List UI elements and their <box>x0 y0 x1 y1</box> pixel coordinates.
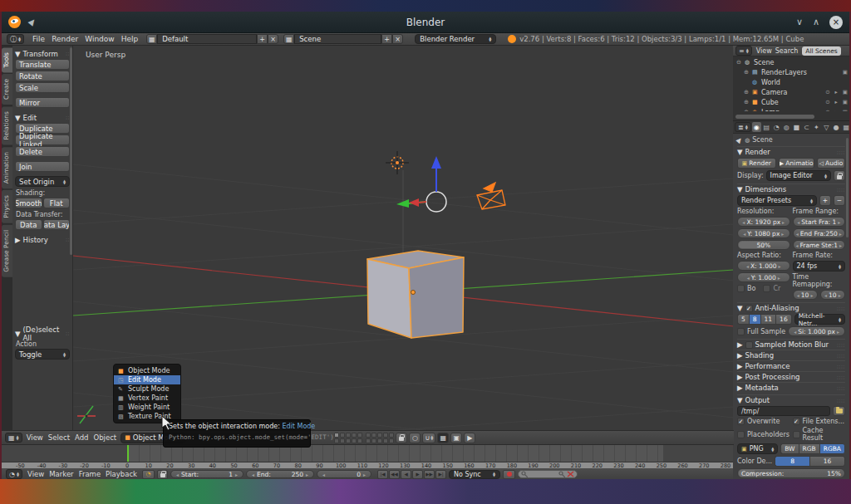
editor-type-selector-properties[interactable]: ≣▲▼ <box>735 122 751 132</box>
frame-step-field[interactable]: ◂Frame Ste:1▸ <box>793 240 846 250</box>
layout-browse-icon[interactable]: ▦ <box>146 34 157 44</box>
outliner-filter-dropdown[interactable]: All Scenes <box>802 46 840 56</box>
visibility-icon[interactable]: ⊙ <box>825 89 829 95</box>
selectability-icon[interactable]: ▸ <box>835 109 838 111</box>
aa-samples-11[interactable]: 11 <box>760 314 776 325</box>
properties-tab-object-icon[interactable]: ■ <box>792 122 801 132</box>
properties-tab-constraints-icon[interactable]: ⊂ <box>802 122 811 132</box>
properties-tab-modifiers-icon[interactable]: ✦ <box>812 122 821 132</box>
prev-keyframe-button[interactable]: ◀◀ <box>389 470 400 479</box>
aspect-y-field[interactable]: ◂Y: 1.000▸ <box>737 272 790 282</box>
shelf-tab-physics[interactable]: Physics <box>2 190 12 223</box>
minimize-button[interactable]: ∨ <box>796 17 803 27</box>
tool-button-data[interactable]: Data <box>15 219 42 230</box>
properties-tab-object-data-icon[interactable]: ▽ <box>822 122 831 132</box>
layer-cell[interactable] <box>389 438 394 443</box>
renderability-icon[interactable]: ▣ <box>843 89 848 95</box>
aa-samples-8[interactable]: 8 <box>749 314 760 325</box>
menu-file[interactable]: File <box>29 35 48 43</box>
menu-outliner-search[interactable]: Search <box>774 47 799 55</box>
visibility-icon[interactable]: ⊙ <box>825 109 829 111</box>
antialiasing-panel-header[interactable]: ▼ Anti-Aliasing∷∷ <box>737 302 845 312</box>
layer-cell[interactable] <box>340 433 345 438</box>
menu-3d-add[interactable]: Add <box>72 433 91 442</box>
renderability-icon[interactable]: ▣ <box>843 109 848 111</box>
scene-add-button[interactable]: + <box>381 34 392 44</box>
proportional-edit-button[interactable]: ○ <box>409 433 421 443</box>
collapsed-panel-post-processing[interactable]: ▶Post Processing∷∷ <box>737 371 845 381</box>
auto-keyframe-button[interactable] <box>503 470 515 479</box>
timeline-channels[interactable] <box>2 445 734 462</box>
layer-cell[interactable] <box>357 438 362 443</box>
panel-header-history[interactable]: ▶History∷ <box>15 234 70 245</box>
lock-to-scene-button[interactable] <box>396 433 407 443</box>
time-display-button[interactable]: ◔ <box>142 470 155 479</box>
resolution-x-field[interactable]: ◂X: 1920 px▸ <box>737 217 790 227</box>
collapsed-panel-shading[interactable]: ▶Shading∷∷ <box>737 350 845 360</box>
layers-widget[interactable] <box>334 433 394 443</box>
properties-tab-material-icon[interactable]: ● <box>832 122 841 132</box>
layout-add-button[interactable]: + <box>257 34 268 44</box>
antialiasing-checkbox[interactable] <box>745 305 753 312</box>
layer-cell[interactable] <box>377 433 382 438</box>
file-extensions-checkbox[interactable] <box>793 418 800 425</box>
collapsed-panel-sampled-motion-blur[interactable]: ▶Sampled Motion Blur∷∷ <box>737 339 845 349</box>
scene-browse-icon[interactable]: ▦ <box>283 34 294 44</box>
mode-menu-item-edit-mode[interactable]: ◳Edit Mode <box>114 375 180 384</box>
timeline-ruler[interactable]: -50-40-30-20-100102030405060708090100110… <box>2 462 734 469</box>
next-keyframe-button[interactable]: ▶▶ <box>424 470 435 479</box>
action-dropdown[interactable]: Toggle▲▼ <box>15 349 70 360</box>
output-path-field[interactable]: /tmp/ <box>737 406 830 416</box>
layer-cell[interactable] <box>366 438 371 443</box>
expand-icon[interactable]: ⊕ <box>744 89 750 95</box>
expand-icon[interactable]: ⊕ <box>744 69 750 76</box>
menu-outliner-view[interactable]: View <box>755 47 774 55</box>
snap-element-button[interactable]: ▦ <box>437 433 449 443</box>
end-frame-field[interactable]: ◂End Fra:250▸ <box>793 228 846 238</box>
border-checkbox[interactable] <box>737 285 745 292</box>
menu-render[interactable]: Render <box>48 35 81 43</box>
lamp-object[interactable] <box>386 151 409 174</box>
layer-cell[interactable] <box>334 438 339 443</box>
properties-scrollbar[interactable] <box>846 138 849 237</box>
shelf-tab-grease-pencil[interactable]: Grease Pencil <box>2 225 12 277</box>
tool-button-translate[interactable]: Translate <box>15 59 70 70</box>
sync-dropdown[interactable]: No Sync▲▼ <box>449 470 500 479</box>
color-mode-bw[interactable]: BW <box>780 443 798 454</box>
tool-button-join[interactable]: Join <box>15 161 70 172</box>
resolution-y-field[interactable]: ◂Y: 1080 px▸ <box>737 228 790 238</box>
layer-cell[interactable] <box>352 438 357 443</box>
crop-checkbox[interactable] <box>763 285 770 292</box>
tool-button-scale[interactable]: Scale <box>15 82 70 93</box>
motion-blur-checkbox[interactable] <box>745 341 753 349</box>
color-depth-8[interactable]: 8 <box>775 456 809 467</box>
expand-icon[interactable]: ⊕ <box>744 109 750 111</box>
layer-cell[interactable] <box>377 438 382 443</box>
gizmo-x-arrow[interactable] <box>409 198 419 207</box>
editor-type-selector-outliner[interactable]: ≡▲▼ <box>735 46 752 56</box>
render-panel-header[interactable]: ▼ Render∷∷ <box>737 146 845 156</box>
properties-tab-render-layers-icon[interactable]: ▤ <box>762 122 771 132</box>
scene-delete-button[interactable]: × <box>392 34 403 44</box>
outliner-row-lamp[interactable]: ⊕◉Lamp⊙▸▣ <box>735 107 848 111</box>
outliner-row-renderlayers[interactable]: ⊕▤RenderLayers▣ <box>735 67 848 77</box>
file-format-dropdown[interactable]: ▣PNG▲▼ <box>737 443 778 454</box>
properties-tab-render-icon[interactable]: ◉ <box>752 122 761 132</box>
placeholders-checkbox[interactable] <box>737 431 745 438</box>
start-frame-field[interactable]: ◂Start Fra: 1▸ <box>793 217 846 227</box>
shelf-tab-create[interactable]: Create <box>2 74 12 105</box>
properties-tab-texture-icon[interactable]: ▦ <box>842 122 849 132</box>
aa-samples-5[interactable]: 5 <box>737 314 749 325</box>
layer-cell[interactable] <box>389 433 394 438</box>
display-dropdown[interactable]: Image Editor▲▼ <box>766 170 831 181</box>
layer-cell[interactable] <box>366 433 371 438</box>
lock-time-button[interactable] <box>157 470 168 479</box>
shelf-tab-animation[interactable]: Animation <box>2 147 12 188</box>
menu-help[interactable]: Help <box>118 35 142 43</box>
visibility-icon[interactable]: ⊙ <box>825 99 829 105</box>
menu-timeline-marker[interactable]: Marker <box>47 470 76 478</box>
preset-remove-button[interactable]: − <box>834 195 845 206</box>
tool-button-duplicate-linked[interactable]: Duplicate Linked <box>15 135 70 145</box>
layout-delete-button[interactable]: × <box>268 34 278 44</box>
menu-3d-view[interactable]: View <box>24 433 46 442</box>
